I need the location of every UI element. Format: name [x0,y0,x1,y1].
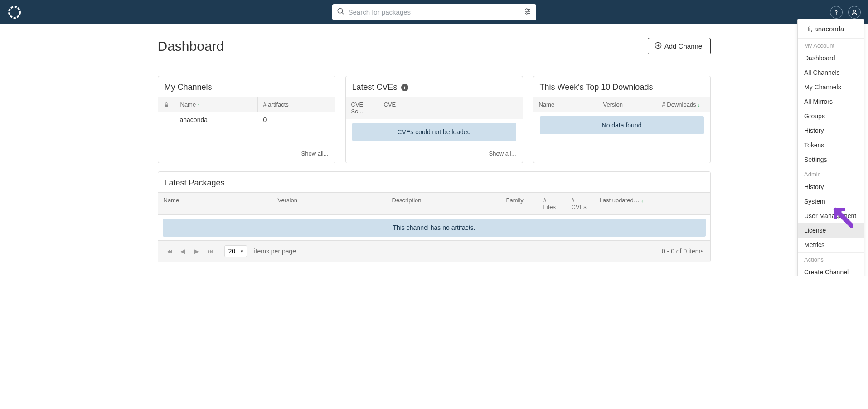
dropdown-greeting: Hi, anaconda [798,19,864,38]
logo[interactable] [7,5,22,19]
latest-cves-card: Latest CVEs i CVE Sc… CVE CVEs could not… [345,76,523,163]
my-channels-title: My Channels [165,83,329,92]
filter-icon[interactable] [524,7,532,17]
latest-packages-title: Latest Packages [165,178,704,188]
dropdown-item-license[interactable]: License [798,223,864,238]
plus-circle-icon [655,42,662,50]
dropdown-item-history[interactable]: History [798,123,864,138]
add-channel-button[interactable]: Add Channel [648,38,711,54]
latest-packages-card: Latest Packages Name Version Description… [158,171,711,262]
page-header: Dashboard Add Channel [158,38,711,63]
col-files[interactable]: # Files [538,193,566,214]
page-next-button[interactable]: ▶ [192,246,202,256]
latest-cves-title: Latest CVEs [352,83,398,92]
my-channels-head: Name ↑ # artifacts [158,97,335,112]
cves-head: CVE Sc… CVE [346,97,523,119]
svg-point-6 [528,10,529,12]
col-cve-score[interactable]: CVE Sc… [346,97,378,119]
sort-desc-icon: ↓ [698,102,700,107]
dropdown-item-groups[interactable]: Groups [798,109,864,123]
latest-packages-alert: This channel has no artifacts. [163,219,706,237]
dropdown-item-all-channels[interactable]: All Channels [798,65,864,80]
page-last-button[interactable]: ⏭ [205,246,215,256]
show-all-link[interactable]: Show all... [301,150,329,157]
top-downloads-alert: No data found [540,116,704,134]
dropdown-section-actions: Actions [798,253,864,265]
pagination: ⏮ ◀ ▶ ⏭ 20 items per page 0 - 0 of 0 ite… [158,240,710,262]
col-name[interactable]: Name [158,193,272,214]
dropdown-item-metrics[interactable]: Metrics [798,238,864,252]
svg-point-4 [526,9,527,10]
col-cve[interactable]: CVE [378,97,523,119]
lock-icon [158,97,175,112]
latest-packages-head: Name Version Description Family # Files … [158,192,710,215]
sort-asc-icon: ↑ [198,102,200,107]
col-updated[interactable]: Last updated… ↓ [594,193,710,214]
dropdown-item-dashboard[interactable]: Dashboard [798,51,864,65]
col-description[interactable]: Description [387,193,501,214]
page-title: Dashboard [158,39,224,54]
info-icon[interactable]: i [401,84,408,91]
search-icon [337,7,345,17]
sort-desc-icon: ↓ [641,198,644,203]
search-wrap [332,4,536,20]
help-icon[interactable] [830,6,843,19]
dropdown-item-my-channels[interactable]: My Channels [798,80,864,94]
svg-point-8 [526,13,527,14]
channel-artifacts: 0 [258,112,335,127]
col-name[interactable]: Name [533,97,598,112]
add-channel-label: Add Channel [664,42,704,50]
main-container: Dashboard Add Channel My Channels Name ↑… [158,24,711,276]
svg-point-1 [338,8,343,13]
page-size-select[interactable]: 20 [224,245,247,257]
col-cves[interactable]: # CVEs [566,193,594,214]
topbar: Hi, anaconda My Account Dashboard All Ch… [0,0,868,24]
dropdown-item-tokens[interactable]: Tokens [798,138,864,152]
col-name[interactable]: Name ↑ [175,97,258,112]
dropdown-item-user-management[interactable]: User Management [798,209,864,223]
dropdown-item-all-mirrors[interactable]: All Mirrors [798,94,864,109]
top-downloads-title: This Week's Top 10 Downloads [540,83,704,92]
svg-point-9 [836,14,837,14]
topbar-right [830,6,861,19]
col-artifacts[interactable]: # artifacts [258,97,335,112]
svg-point-0 [9,7,20,18]
col-version[interactable]: Version [272,193,387,214]
dropdown-item-settings[interactable]: Settings [798,152,864,167]
dropdown-section-account: My Account [798,39,864,51]
user-icon[interactable] [848,6,861,19]
cards-row: My Channels Name ↑ # artifacts anaconda … [158,76,711,163]
col-version[interactable]: Version [598,97,657,112]
search-input[interactable] [349,8,524,16]
dropdown-item-admin-history[interactable]: History [798,180,864,194]
dropdown-item-system[interactable]: System [798,194,864,209]
page-first-button[interactable]: ⏮ [165,246,175,256]
dropdown-item-create-channel[interactable]: Create Channel [798,265,864,276]
svg-line-2 [342,12,344,14]
top-downloads-card: This Week's Top 10 Downloads Name Versio… [533,76,711,163]
my-channels-card: My Channels Name ↑ # artifacts anaconda … [158,76,335,163]
col-downloads[interactable]: # Downloads ↓ [657,97,710,112]
channel-name: anaconda [175,112,258,127]
pagination-info: 0 - 0 of 0 items [662,248,704,255]
dropdown-section-admin: Admin [798,167,864,180]
top-downloads-head: Name Version # Downloads ↓ [533,97,710,112]
svg-point-10 [853,10,856,12]
cves-alert: CVEs could not be loaded [352,123,516,141]
items-per-page-label: items per page [254,248,296,255]
show-all-link[interactable]: Show all... [489,150,516,157]
search-box [332,4,536,20]
page-prev-button[interactable]: ◀ [178,246,188,256]
table-row[interactable]: anaconda 0 [158,112,335,127]
user-dropdown: Hi, anaconda My Account Dashboard All Ch… [797,19,864,276]
svg-rect-16 [165,104,168,107]
col-family[interactable]: Family [501,193,538,214]
